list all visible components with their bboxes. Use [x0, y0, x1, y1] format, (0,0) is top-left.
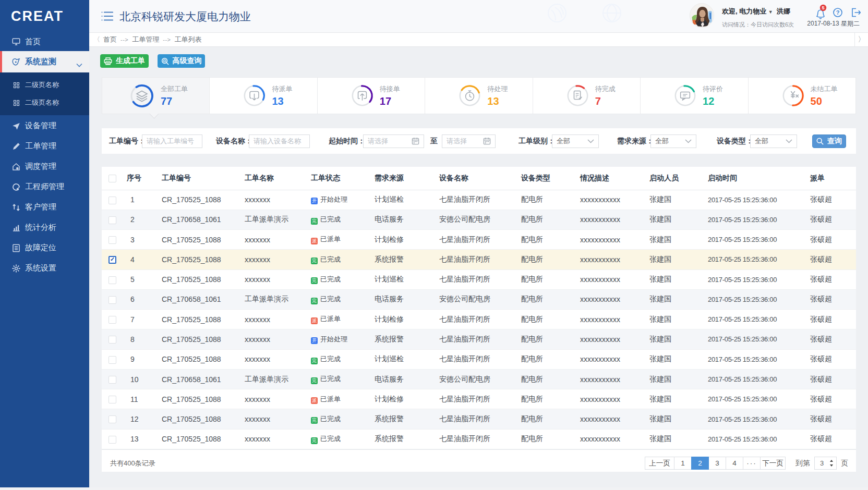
- svg-text:5: 5: [822, 5, 824, 10]
- svg-text:?: ?: [836, 9, 840, 16]
